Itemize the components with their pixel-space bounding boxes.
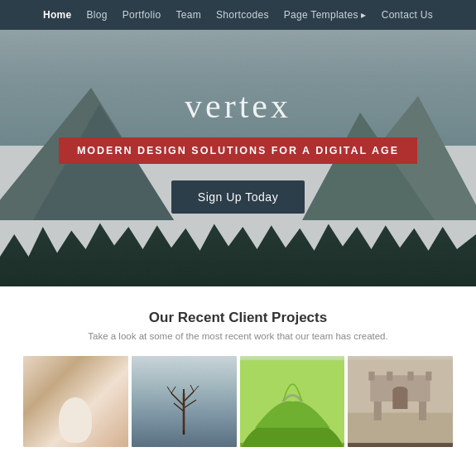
nav-portfolio[interactable]: Portfolio (123, 9, 161, 21)
svg-rect-16 (369, 372, 375, 381)
navigation: Home Blog Portfolio Team Shortcodes Page… (0, 0, 476, 30)
section-subtitle: Take a look at some of the most recent w… (17, 331, 459, 341)
portfolio-grid (17, 356, 459, 447)
hero-title: vertex (185, 86, 291, 126)
svg-rect-18 (408, 372, 414, 381)
tree-svg (159, 377, 209, 435)
nav-contact[interactable]: Contact Us (382, 9, 433, 21)
signup-button[interactable]: Sign Up Today (171, 180, 305, 214)
nav-home[interactable]: Home (43, 9, 72, 21)
svg-line-2 (184, 392, 194, 401)
portfolio-item-4[interactable] (348, 356, 453, 447)
svg-line-6 (171, 387, 175, 393)
svg-rect-17 (387, 372, 392, 381)
svg-line-3 (174, 403, 184, 411)
portfolio-item-1[interactable] (23, 356, 128, 447)
svg-rect-12 (348, 413, 453, 443)
hero-content: vertex MODERN DESIGN SOLUTIONS FOR A DIG… (59, 86, 417, 214)
svg-line-5 (167, 387, 171, 393)
nav-page-templates[interactable]: Page Templates ▸ (284, 9, 367, 21)
svg-point-21 (393, 387, 408, 394)
nav-team[interactable]: Team (175, 9, 201, 21)
svg-line-1 (171, 393, 184, 406)
svg-line-7 (190, 385, 194, 392)
portfolio-item-3[interactable] (240, 356, 345, 447)
svg-line-4 (184, 400, 196, 408)
castle-svg (348, 356, 453, 447)
hill-svg (240, 356, 345, 447)
hero-subtitle: MODERN DESIGN SOLUTIONS FOR A DIGITAL AG… (59, 137, 417, 164)
nav-blog[interactable]: Blog (87, 9, 108, 21)
nav-shortcodes[interactable]: Shortcodes (216, 9, 269, 21)
svg-rect-19 (426, 372, 431, 381)
hero-section: vertex MODERN DESIGN SOLUTIONS FOR A DIG… (0, 30, 476, 286)
projects-section: Our Recent Client Projects Take a look a… (0, 286, 476, 460)
section-title: Our Recent Client Projects (17, 310, 459, 326)
portfolio-item-2[interactable] (132, 356, 237, 447)
svg-line-8 (194, 386, 199, 392)
